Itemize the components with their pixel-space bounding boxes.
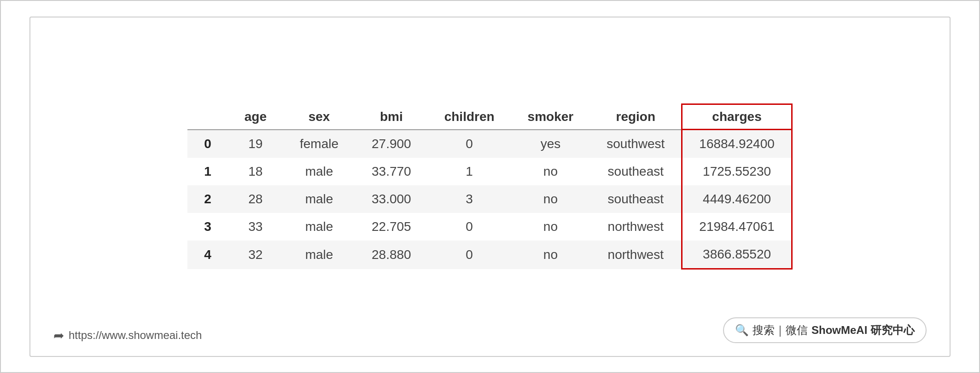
col-age-header: age [228,104,283,130]
header-row: age sex bmi children smoker region charg… [187,104,792,130]
data-table: age sex bmi children smoker region charg… [187,103,793,270]
cell-charges-4: 3866.85520 [682,241,792,269]
cell-index-1: 1 [187,158,228,185]
cell-charges-2: 4449.46200 [682,185,792,213]
cell-sex-4: male [283,241,355,269]
col-sex-header: sex [283,104,355,130]
cell-smoker-4: no [511,241,590,269]
cell-bmi-3: 22.705 [355,213,428,241]
cell-index-4: 4 [187,241,228,269]
col-charges-header: charges [682,104,792,130]
cell-region-2: southeast [590,185,682,213]
cell-bmi-4: 28.880 [355,241,428,269]
cell-bmi-1: 33.770 [355,158,428,185]
search-icon: 🔍 [735,324,749,337]
main-container: age sex bmi children smoker region charg… [29,17,951,357]
cell-index-0: 0 [187,130,228,158]
cell-children-3: 0 [428,213,511,241]
cell-bmi-2: 33.000 [355,185,428,213]
cell-region-3: northwest [590,213,682,241]
cell-charges-1: 1725.55230 [682,158,792,185]
cell-charges-3: 21984.47061 [682,213,792,241]
cell-index-2: 2 [187,185,228,213]
table-row: 019female27.9000yessouthwest16884.92400 [187,130,792,158]
cell-region-4: northwest [590,241,682,269]
cell-charges-0: 16884.92400 [682,130,792,158]
cell-sex-3: male [283,213,355,241]
cell-bmi-0: 27.900 [355,130,428,158]
cell-children-0: 0 [428,130,511,158]
bottom-bar: 🔍 搜索｜微信 ShowMeAI 研究中心 [723,317,927,343]
col-index-header [187,104,228,130]
badge-brand: ShowMeAI 研究中心 [811,323,915,338]
cell-smoker-2: no [511,185,590,213]
url-label: https://www.showmeai.tech [69,329,202,342]
cell-smoker-3: no [511,213,590,241]
table-wrapper: age sex bmi children smoker region charg… [58,103,922,270]
cursor-icon: ➦ [53,328,64,343]
cell-index-3: 3 [187,213,228,241]
cell-children-4: 0 [428,241,511,269]
cell-region-1: southeast [590,158,682,185]
table-row: 333male22.7050nonorthwest21984.47061 [187,213,792,241]
cell-smoker-0: yes [511,130,590,158]
cell-age-4: 32 [228,241,283,269]
cell-children-2: 3 [428,185,511,213]
cell-children-1: 1 [428,158,511,185]
cell-smoker-1: no [511,158,590,185]
badge-separator: 搜索｜微信 [752,323,808,338]
cell-age-0: 19 [228,130,283,158]
col-region-header: region [590,104,682,130]
cell-age-1: 18 [228,158,283,185]
table-row: 228male33.0003nosoutheast4449.46200 [187,185,792,213]
table-row: 432male28.8800nonorthwest3866.85520 [187,241,792,269]
col-bmi-header: bmi [355,104,428,130]
col-children-header: children [428,104,511,130]
cell-sex-2: male [283,185,355,213]
table-row: 118male33.7701nosoutheast1725.55230 [187,158,792,185]
cell-sex-0: female [283,130,355,158]
cell-age-2: 28 [228,185,283,213]
col-smoker-header: smoker [511,104,590,130]
cell-region-0: southwest [590,130,682,158]
cell-age-3: 33 [228,213,283,241]
cell-sex-1: male [283,158,355,185]
url-bar: ➦ https://www.showmeai.tech [53,328,202,343]
search-badge: 🔍 搜索｜微信 ShowMeAI 研究中心 [723,317,927,343]
